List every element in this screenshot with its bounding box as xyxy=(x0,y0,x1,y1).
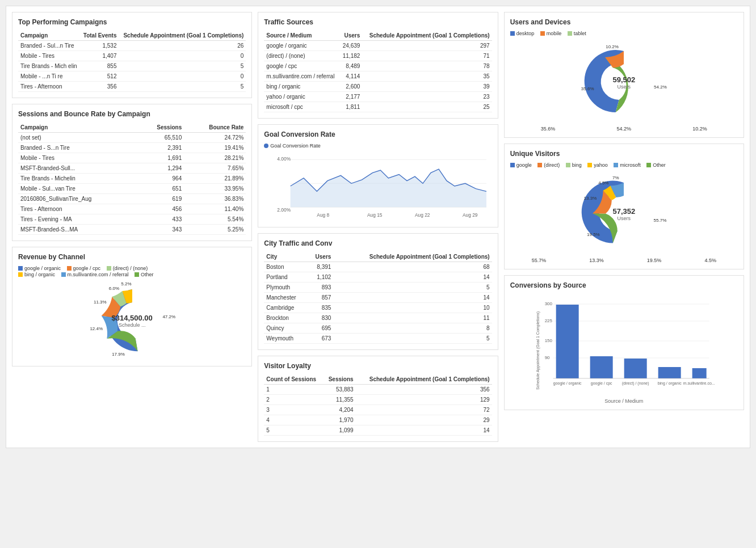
col-campaign2: Campaign xyxy=(18,123,137,133)
unique-visitors-total: 57,352 xyxy=(612,207,635,216)
svg-text:12.4%: 12.4% xyxy=(90,326,103,331)
table-cell: Mobile - ...n Ti re xyxy=(18,71,81,82)
table-cell: 33.95% xyxy=(184,184,246,194)
visitor-loyalty-title: Visitor Loyalty xyxy=(264,362,492,370)
legend-other-rev: Other xyxy=(135,272,154,277)
goal-conversion-title: Goal Conversion Rate xyxy=(264,130,492,138)
unique-visitors-donut-container: 55.7%19.5%13.3%4.5%7% 57,352 Users xyxy=(510,171,738,256)
unique-visitors-percentages: 55.7% 13.3% 19.5% 4.5% xyxy=(510,258,738,263)
table-cell: 5.25% xyxy=(184,225,246,235)
table-row: Boston8,39168 xyxy=(264,262,492,272)
table-cell: Mobile - Sul...van Tire xyxy=(18,184,137,194)
goal-line-chart: 4.00% 2.00% Aug 8 Aug 15 Aug 22 xyxy=(264,152,492,221)
users-devices-panel: Users and Devices desktop mobile tablet xyxy=(504,12,744,138)
table-row: 211,355129 xyxy=(264,395,492,405)
legend-dot-other-rev xyxy=(135,272,139,277)
table-cell: 0 xyxy=(119,71,246,82)
users-devices-label: 59,502 Users xyxy=(612,75,635,90)
sessions-bounce-body: (not set)65,51024.72%Branded - S...n Tir… xyxy=(18,133,246,235)
svg-text:54.2%: 54.2% xyxy=(654,85,667,90)
visitor-loyalty-body: 153,883356211,35512934,2047241,9702951,0… xyxy=(264,385,492,436)
table-cell: 4 xyxy=(264,415,324,425)
svg-text:4.5%: 4.5% xyxy=(599,180,609,186)
table-cell: Tires - Evening - MA xyxy=(18,214,137,225)
table-cell: 433 xyxy=(137,214,184,225)
col-city: City xyxy=(264,252,308,262)
uv-desktop-pct: 55.7% xyxy=(532,258,547,263)
table-cell: 2,391 xyxy=(137,143,184,153)
legend-goal-rate: Goal Conversion Rate xyxy=(264,143,321,149)
col-sessions: Sessions xyxy=(137,123,184,133)
mid-column: Traffic Sources Source / Medium Users Sc… xyxy=(258,12,498,442)
table-row: Mobile - Tires1,69128.21% xyxy=(18,153,246,163)
uv-yahoo-pct: 4.5% xyxy=(704,258,716,263)
table-row: bing / organic2,60039 xyxy=(264,82,492,92)
table-cell: 10 xyxy=(333,303,492,313)
table-cell: 71 xyxy=(362,51,492,61)
table-cell: 19.41% xyxy=(184,143,246,153)
legend-dot-sullivan xyxy=(61,272,66,277)
table-cell: 356 xyxy=(81,82,119,92)
table-cell: Mobile - Tires xyxy=(18,153,137,163)
legend-sullivan: m.sullivantire.com / referral xyxy=(61,272,129,277)
table-row: 41,97029 xyxy=(264,415,492,425)
table-cell: 5 xyxy=(333,283,492,293)
city-traffic-table: City Users Schedule Appointment (Goal 1 … xyxy=(264,252,492,344)
table-cell: m.sullivantire.com / referral xyxy=(264,71,339,82)
svg-text:Aug 22: Aug 22 xyxy=(415,212,430,218)
legend-dot-direct xyxy=(107,266,111,271)
table-cell: 129 xyxy=(356,395,492,405)
users-devices-donut-container: 54.2%35.6%10.2% 59,502 Users xyxy=(510,40,738,125)
table-cell: 29 xyxy=(356,415,492,425)
table-cell: 343 xyxy=(137,225,184,235)
svg-text:5.2%: 5.2% xyxy=(121,281,131,286)
svg-text:7%: 7% xyxy=(612,175,619,180)
legend-google-cpc: google / cpc xyxy=(67,265,101,271)
svg-text:13.3%: 13.3% xyxy=(584,196,597,201)
table-cell: 11.40% xyxy=(184,204,246,214)
top-campaigns-panel: Top Performing Campaigns Campaign Total … xyxy=(12,12,252,98)
legend-dot-uv-microsoft xyxy=(614,163,618,167)
legend-direct: (direct) / (none) xyxy=(107,265,148,271)
legend-dot-google-organic xyxy=(18,266,23,271)
legend-dot-mobile xyxy=(540,31,545,36)
tablet-pct: 10.2% xyxy=(692,126,707,132)
legend-dot-desktop xyxy=(510,31,515,36)
table-cell: 14 xyxy=(356,425,492,436)
svg-text:bing / organic: bing / organic xyxy=(657,381,682,386)
table-row: Branded - S...n Tire2,39119.41% xyxy=(18,143,246,153)
svg-text:Schedule Appointment (Goal 1 C: Schedule Appointment (Goal 1 Completions… xyxy=(535,311,540,390)
table-cell: 5 xyxy=(119,61,246,71)
table-cell: 11 xyxy=(333,313,492,323)
table-row: Cambridge83510 xyxy=(264,303,492,313)
bar-chart-x-label: Source / Medium xyxy=(510,398,738,404)
top-campaigns-title: Top Performing Campaigns xyxy=(18,18,246,26)
table-cell: 1,294 xyxy=(137,163,184,174)
revenue-donut-label: $314,500.00 Schedule ... xyxy=(112,314,153,328)
svg-text:225: 225 xyxy=(544,318,552,323)
svg-text:google / organic: google / organic xyxy=(553,381,581,386)
col-total-events: Total Events xyxy=(81,31,119,41)
table-cell: 1 xyxy=(264,385,324,395)
table-cell: 23 xyxy=(362,92,492,102)
table-row: 34,20472 xyxy=(264,405,492,415)
col-completions: Schedule Appointment (Goal 1 Completions… xyxy=(119,31,246,41)
table-cell: (direct) / (none) xyxy=(264,51,339,61)
table-cell: 651 xyxy=(137,184,184,194)
svg-text:300: 300 xyxy=(544,301,552,306)
table-row: Quincy6958 xyxy=(264,323,492,334)
goal-conversion-svg: 4.00% 2.00% Aug 8 Aug 15 Aug 22 xyxy=(264,152,492,220)
desktop-pct: 35.6% xyxy=(541,126,556,132)
table-cell: 830 xyxy=(308,313,333,323)
revenue-channel-title: Revenue by Channel xyxy=(18,253,246,261)
table-cell: 28.21% xyxy=(184,153,246,163)
legend-dot-uv-other xyxy=(646,163,651,167)
table-cell: 673 xyxy=(308,334,333,344)
svg-text:google / cpc: google / cpc xyxy=(590,381,612,386)
table-cell: Cambridge xyxy=(264,303,308,313)
table-cell: 5 xyxy=(264,425,324,436)
table-cell: 456 xyxy=(137,204,184,214)
svg-text:m.sullivantire.co...: m.sullivantire.co... xyxy=(683,381,715,385)
conversions-source-panel: Conversions by Source Schedule Appointme… xyxy=(504,275,744,410)
table-cell: 356 xyxy=(356,385,492,395)
